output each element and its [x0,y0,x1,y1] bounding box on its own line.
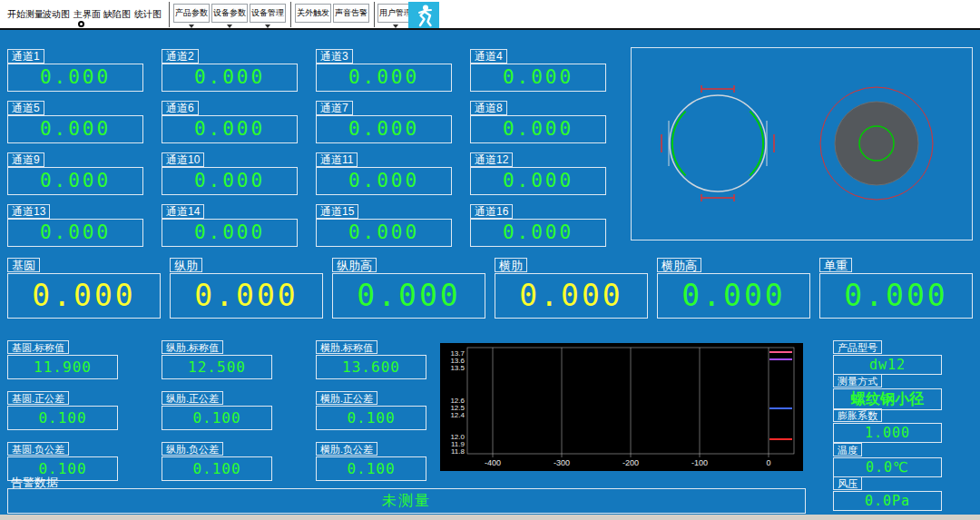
field-wind-pressure: 风压 0.0Pa [833,475,942,511]
app-toolbar: 开始测量 波动图 主界面 缺陷图 统计图 产品参数 设备参数 设备管理 关外触发… [0,0,980,30]
channel-label: 通道5 [7,101,44,115]
param-box: 纵肋.负公差0.100 [162,440,316,491]
button-external-trigger[interactable]: 关外触发 [295,4,331,23]
param-label: 纵肋.负公差 [162,442,223,456]
param-box: 纵肋.标称值12.500 [162,338,316,389]
param-label: 横肋.负公差 [316,442,377,456]
measure-box: 横肋0.000 [495,257,648,319]
chevron-down-icon[interactable] [265,25,270,28]
menu-stats-chart[interactable]: 统计图 [134,8,162,21]
channel-value: 0.000 [162,167,298,195]
field-product-model: 产品型号 dw12 [833,338,942,375]
measure-row: 基圆0.000 纵肋0.000 纵肋高0.000 横肋0.000 横肋高0.00… [7,257,973,319]
channel-label: 通道8 [470,101,507,115]
param-box: 纵肋.正公差0.100 [162,389,316,440]
channel-label: 通道15 [316,204,358,219]
menu-main-view[interactable]: 主界面 [74,8,101,21]
menu-start-measure[interactable]: 开始测量 [7,8,44,21]
field-label: 温度 [833,443,862,456]
field-value: 1.000 [833,423,942,443]
param-label: 纵肋.正公差 [162,391,223,405]
main-view-indicator [78,21,84,27]
param-box: 基圆.标称值11.900 [7,338,162,389]
channel-value: 0.000 [162,115,298,143]
channel-box: 通道50.000 [7,99,143,142]
channel-value: 0.000 [316,219,452,247]
channel-label: 通道4 [470,49,507,64]
channel-label: 通道1 [7,49,44,64]
bottom-edge-strip [0,515,980,520]
chevron-down-icon[interactable] [227,25,232,28]
measure-value: 0.000 [657,273,810,319]
channel-grid: 通道10.000 通道20.000 通道30.000 通道40.000 通道50… [7,47,606,246]
user-exit-icon[interactable] [408,2,439,28]
chart-grid [467,348,794,457]
channel-box: 通道20.000 [162,47,298,91]
button-device-manage[interactable]: 设备管理 [250,4,286,23]
channel-box: 通道30.000 [316,47,452,91]
rebar-section-circle [820,87,933,200]
channel-label: 通道9 [7,152,44,167]
channel-box: 通道90.000 [7,151,143,194]
param-label: 横肋.标称值 [316,340,377,354]
rebar-profile-circle [662,85,774,201]
cross-section-panel [631,47,973,240]
channel-box: 通道160.000 [470,202,606,246]
toolbar-separator [290,2,291,27]
chevron-down-icon[interactable] [393,25,398,28]
field-temperature: 温度 0.0℃ [833,441,942,477]
measure-label: 单重 [819,258,852,272]
trend-chart: 13.7 13.6 13.5 12.6 12.5 12.4 12.0 11.9 … [440,343,803,471]
cross-section-diagram [632,48,972,240]
button-product-params[interactable]: 产品参数 [173,4,210,23]
measure-value: 0.000 [7,273,161,319]
param-label: 纵肋.标称值 [162,340,223,354]
channel-label: 通道16 [470,204,513,219]
channel-box: 通道150.000 [316,202,452,246]
channel-value: 0.000 [162,64,298,92]
field-label: 风压 [833,476,862,490]
channel-box: 通道120.000 [470,151,606,194]
chart-x-ticks: -400 -300 -200 -100 0 [485,458,771,467]
param-grid: 基圆.标称值11.900 纵肋.标称值12.500 横肋.标称值13.600 基… [7,338,470,491]
channel-label: 通道2 [162,49,199,64]
field-label: 产品型号 [833,340,882,354]
button-device-params[interactable]: 设备参数 [211,4,248,23]
measure-status: 未测量 [7,488,806,514]
measure-value: 0.000 [332,273,485,319]
measure-value: 0.000 [819,273,973,319]
channel-value: 0.000 [162,219,298,247]
measure-label: 基圆 [7,258,40,272]
channel-box: 通道140.000 [162,202,298,246]
param-label: 横肋.正公差 [316,391,377,405]
channel-box: 通道10.000 [7,47,143,91]
chevron-down-icon[interactable] [189,25,194,28]
measure-box: 横肋高0.000 [657,257,810,319]
menu-wave-chart[interactable]: 波动图 [43,8,70,21]
channel-value: 0.000 [470,219,606,247]
channel-value: 0.000 [470,64,606,92]
field-expansion-coeff: 膨胀系数 1.000 [833,407,942,443]
svg-text:11.8: 11.8 [451,447,466,456]
measure-label: 横肋 [495,258,527,272]
channel-value: 0.000 [470,167,606,195]
measure-box: 纵肋高0.000 [332,257,485,319]
param-label: 基圆.正公差 [7,391,69,405]
measure-label: 纵肋高 [332,258,377,272]
param-value: 0.100 [162,406,272,430]
channel-label: 通道6 [162,101,199,115]
channel-value: 0.000 [7,64,143,92]
measure-label: 横肋高 [657,258,701,272]
channel-box: 通道60.000 [162,99,298,142]
param-value: 12.500 [162,355,272,379]
channel-label: 通道10 [162,152,204,167]
button-sound-alarm[interactable]: 声音告警 [333,4,369,23]
menu-defect-chart[interactable]: 缺陷图 [103,8,131,21]
channel-label: 通道13 [7,204,50,219]
svg-text:-400: -400 [485,458,501,467]
param-label: 基圆.负公差 [7,442,69,456]
channel-value: 0.000 [316,64,452,92]
field-value: 0.0Pa [833,491,942,511]
field-label: 测量方式 [833,374,882,388]
channel-label: 通道14 [162,204,204,219]
